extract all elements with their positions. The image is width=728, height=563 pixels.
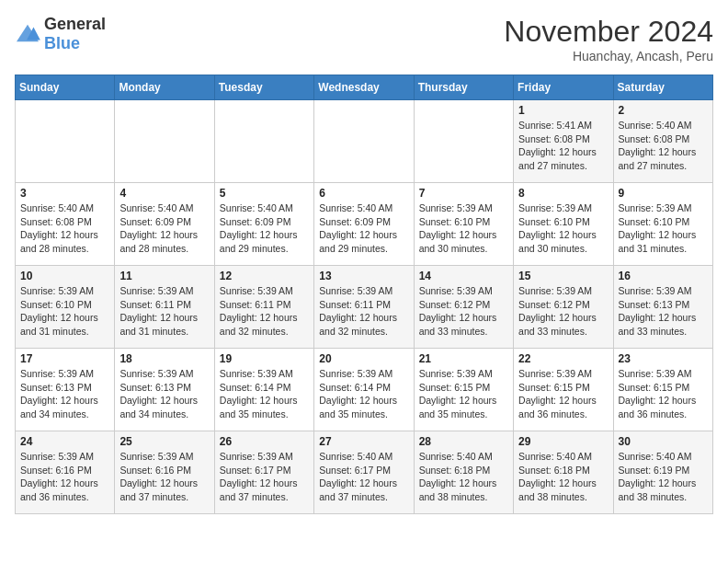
day-info: Sunrise: 5:39 AMSunset: 6:13 PMDaylight:… bbox=[619, 284, 708, 339]
day-info: Sunrise: 5:40 AMSunset: 6:09 PMDaylight:… bbox=[220, 201, 309, 256]
day-info: Sunrise: 5:39 AMSunset: 6:14 PMDaylight:… bbox=[319, 367, 408, 421]
dow-header-saturday: Saturday bbox=[613, 75, 712, 100]
calendar-body: 1Sunrise: 5:41 AMSunset: 6:08 PMDaylight… bbox=[16, 100, 713, 514]
day-number: 6 bbox=[319, 187, 408, 200]
day-info: Sunrise: 5:39 AMSunset: 6:10 PMDaylight:… bbox=[619, 201, 708, 256]
calendar-cell: 29Sunrise: 5:40 AMSunset: 6:18 PMDayligh… bbox=[514, 431, 613, 514]
day-number: 26 bbox=[220, 435, 309, 448]
calendar-cell: 1Sunrise: 5:41 AMSunset: 6:08 PMDaylight… bbox=[514, 100, 613, 183]
day-info: Sunrise: 5:39 AMSunset: 6:11 PMDaylight:… bbox=[319, 284, 408, 339]
day-number: 28 bbox=[419, 435, 508, 448]
calendar-cell: 23Sunrise: 5:39 AMSunset: 6:15 PMDayligh… bbox=[613, 349, 712, 431]
day-number: 21 bbox=[419, 352, 508, 365]
calendar-cell: 28Sunrise: 5:40 AMSunset: 6:18 PMDayligh… bbox=[414, 431, 513, 514]
calendar-cell: 6Sunrise: 5:40 AMSunset: 6:09 PMDaylight… bbox=[314, 183, 414, 266]
day-number: 29 bbox=[518, 435, 608, 448]
dow-header-friday: Friday bbox=[514, 75, 613, 100]
calendar-cell bbox=[314, 100, 414, 183]
calendar-cell: 17Sunrise: 5:39 AMSunset: 6:13 PMDayligh… bbox=[16, 349, 115, 431]
day-number: 20 bbox=[319, 352, 408, 365]
days-of-week-row: SundayMondayTuesdayWednesdayThursdayFrid… bbox=[16, 75, 713, 100]
day-number: 15 bbox=[518, 270, 608, 282]
calendar-cell bbox=[214, 100, 313, 183]
dow-header-wednesday: Wednesday bbox=[314, 75, 414, 100]
calendar-cell: 14Sunrise: 5:39 AMSunset: 6:12 PMDayligh… bbox=[414, 266, 513, 349]
day-number: 3 bbox=[20, 187, 109, 200]
day-info: Sunrise: 5:39 AMSunset: 6:13 PMDaylight:… bbox=[119, 367, 209, 421]
calendar-cell: 21Sunrise: 5:39 AMSunset: 6:15 PMDayligh… bbox=[414, 349, 513, 431]
day-number: 9 bbox=[619, 187, 708, 200]
day-number: 8 bbox=[518, 187, 608, 200]
day-number: 5 bbox=[220, 187, 309, 200]
week-row-4: 17Sunrise: 5:39 AMSunset: 6:13 PMDayligh… bbox=[16, 349, 713, 431]
day-number: 18 bbox=[119, 352, 209, 365]
calendar-cell: 16Sunrise: 5:39 AMSunset: 6:13 PMDayligh… bbox=[613, 266, 712, 349]
day-number: 1 bbox=[518, 104, 608, 117]
calendar-cell: 7Sunrise: 5:39 AMSunset: 6:10 PMDaylight… bbox=[414, 183, 513, 266]
day-number: 12 bbox=[220, 270, 309, 282]
dow-header-tuesday: Tuesday bbox=[214, 75, 313, 100]
day-info: Sunrise: 5:39 AMSunset: 6:15 PMDaylight:… bbox=[619, 367, 708, 421]
calendar-cell: 10Sunrise: 5:39 AMSunset: 6:10 PMDayligh… bbox=[16, 266, 115, 349]
month-title: November 2024 bbox=[504, 15, 713, 49]
day-number: 4 bbox=[119, 187, 209, 200]
page-header: General Blue November 2024 Huanchay, Anc… bbox=[15, 15, 713, 63]
day-info: Sunrise: 5:39 AMSunset: 6:13 PMDaylight:… bbox=[20, 367, 109, 421]
day-info: Sunrise: 5:39 AMSunset: 6:15 PMDaylight:… bbox=[518, 367, 608, 421]
day-info: Sunrise: 5:41 AMSunset: 6:08 PMDaylight:… bbox=[518, 119, 608, 173]
dow-header-sunday: Sunday bbox=[16, 75, 115, 100]
calendar-cell: 8Sunrise: 5:39 AMSunset: 6:10 PMDaylight… bbox=[514, 183, 613, 266]
calendar-cell: 9Sunrise: 5:39 AMSunset: 6:10 PMDaylight… bbox=[613, 183, 712, 266]
day-info: Sunrise: 5:39 AMSunset: 6:15 PMDaylight:… bbox=[419, 367, 508, 421]
day-info: Sunrise: 5:39 AMSunset: 6:11 PMDaylight:… bbox=[119, 284, 209, 339]
day-number: 27 bbox=[319, 435, 408, 448]
calendar-cell: 4Sunrise: 5:40 AMSunset: 6:09 PMDaylight… bbox=[115, 183, 214, 266]
day-info: Sunrise: 5:39 AMSunset: 6:12 PMDaylight:… bbox=[419, 284, 508, 339]
calendar-cell: 2Sunrise: 5:40 AMSunset: 6:08 PMDaylight… bbox=[613, 100, 712, 183]
day-number: 13 bbox=[319, 270, 408, 282]
calendar-cell: 13Sunrise: 5:39 AMSunset: 6:11 PMDayligh… bbox=[314, 266, 414, 349]
day-number: 30 bbox=[619, 435, 708, 448]
day-info: Sunrise: 5:39 AMSunset: 6:14 PMDaylight:… bbox=[220, 367, 309, 421]
day-info: Sunrise: 5:40 AMSunset: 6:08 PMDaylight:… bbox=[20, 201, 109, 256]
dow-header-monday: Monday bbox=[115, 75, 214, 100]
day-info: Sunrise: 5:39 AMSunset: 6:10 PMDaylight:… bbox=[419, 201, 508, 256]
day-info: Sunrise: 5:40 AMSunset: 6:18 PMDaylight:… bbox=[518, 450, 608, 504]
day-number: 11 bbox=[119, 270, 209, 282]
day-info: Sunrise: 5:39 AMSunset: 6:10 PMDaylight:… bbox=[518, 201, 608, 256]
day-info: Sunrise: 5:40 AMSunset: 6:09 PMDaylight:… bbox=[119, 201, 209, 256]
day-info: Sunrise: 5:39 AMSunset: 6:17 PMDaylight:… bbox=[220, 450, 309, 504]
calendar-cell: 27Sunrise: 5:40 AMSunset: 6:17 PMDayligh… bbox=[314, 431, 414, 514]
day-number: 17 bbox=[20, 352, 109, 365]
day-info: Sunrise: 5:39 AMSunset: 6:10 PMDaylight:… bbox=[20, 284, 109, 339]
day-info: Sunrise: 5:39 AMSunset: 6:11 PMDaylight:… bbox=[220, 284, 309, 339]
day-number: 10 bbox=[20, 270, 109, 282]
calendar-cell: 30Sunrise: 5:40 AMSunset: 6:19 PMDayligh… bbox=[613, 431, 712, 514]
day-info: Sunrise: 5:39 AMSunset: 6:16 PMDaylight:… bbox=[119, 450, 209, 504]
calendar-cell bbox=[115, 100, 214, 183]
day-info: Sunrise: 5:40 AMSunset: 6:19 PMDaylight:… bbox=[619, 450, 708, 504]
calendar-cell: 24Sunrise: 5:39 AMSunset: 6:16 PMDayligh… bbox=[16, 431, 115, 514]
calendar-cell: 18Sunrise: 5:39 AMSunset: 6:13 PMDayligh… bbox=[115, 349, 214, 431]
day-number: 24 bbox=[20, 435, 109, 448]
week-row-1: 1Sunrise: 5:41 AMSunset: 6:08 PMDaylight… bbox=[16, 100, 713, 183]
day-number: 22 bbox=[518, 352, 608, 365]
logo-text-blue: Blue bbox=[44, 34, 80, 52]
day-info: Sunrise: 5:39 AMSunset: 6:16 PMDaylight:… bbox=[20, 450, 109, 504]
calendar-cell: 19Sunrise: 5:39 AMSunset: 6:14 PMDayligh… bbox=[214, 349, 313, 431]
dow-header-thursday: Thursday bbox=[414, 75, 513, 100]
calendar-cell: 12Sunrise: 5:39 AMSunset: 6:11 PMDayligh… bbox=[214, 266, 313, 349]
logo: General Blue bbox=[15, 15, 106, 53]
calendar-cell: 22Sunrise: 5:39 AMSunset: 6:15 PMDayligh… bbox=[514, 349, 613, 431]
day-info: Sunrise: 5:40 AMSunset: 6:18 PMDaylight:… bbox=[419, 450, 508, 504]
day-info: Sunrise: 5:40 AMSunset: 6:08 PMDaylight:… bbox=[619, 119, 708, 173]
day-number: 7 bbox=[419, 187, 508, 200]
week-row-2: 3Sunrise: 5:40 AMSunset: 6:08 PMDaylight… bbox=[16, 183, 713, 266]
day-info: Sunrise: 5:40 AMSunset: 6:09 PMDaylight:… bbox=[319, 201, 408, 256]
logo-icon bbox=[15, 23, 40, 45]
calendar-cell: 11Sunrise: 5:39 AMSunset: 6:11 PMDayligh… bbox=[115, 266, 214, 349]
calendar-cell: 15Sunrise: 5:39 AMSunset: 6:12 PMDayligh… bbox=[514, 266, 613, 349]
day-number: 2 bbox=[619, 104, 708, 117]
logo-text-general: General bbox=[44, 15, 106, 33]
calendar-cell bbox=[414, 100, 513, 183]
